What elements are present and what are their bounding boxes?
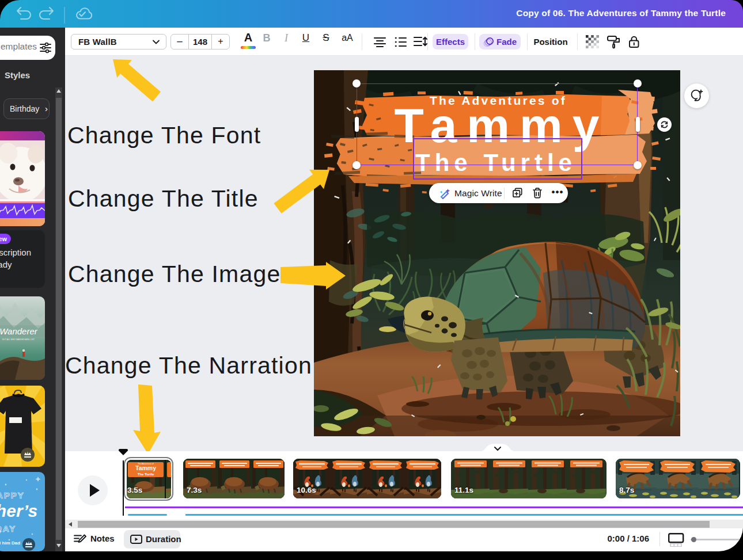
svg-text:The Adventures of: The Adventures of (138, 463, 154, 465)
svg-text:DAY: DAY (0, 524, 16, 534)
svg-text:ther’s: ther’s (0, 501, 37, 520)
svg-text:Tammy: Tammy (135, 464, 156, 471)
svg-text:APPY: APPY (0, 490, 25, 500)
svg-text:The Turtle: The Turtle (137, 472, 154, 475)
svg-text:NOT ALL WHO WANDER ARE LOST: NOT ALL WHO WANDER ARE LOST (2, 338, 35, 341)
svg-text:Wanderer: Wanderer (0, 326, 38, 336)
svg-text:call him Dad: call him Dad (0, 540, 20, 546)
